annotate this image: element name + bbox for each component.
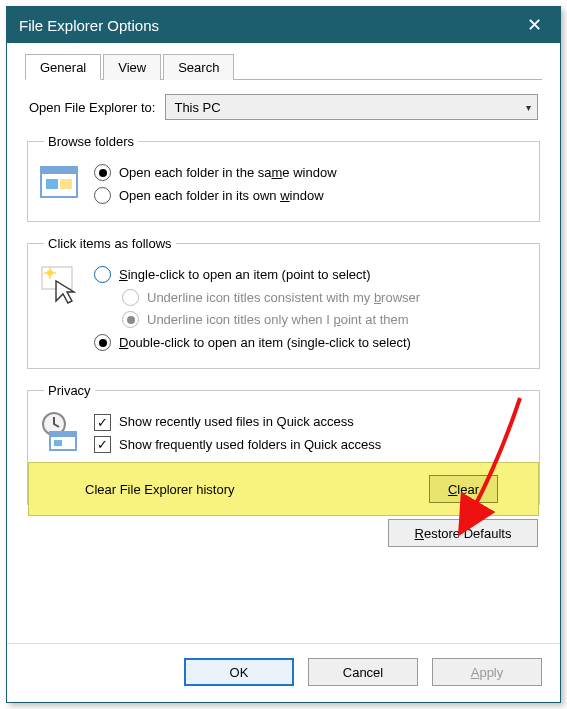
radio-label: Double-click to open an item (single-cli… — [119, 334, 411, 352]
check-label: Show frequently used folders in Quick ac… — [119, 436, 381, 454]
group-privacy: Privacy Show recently used files in Quic… — [27, 383, 540, 505]
open-explorer-dropdown[interactable]: This PC ▾ — [165, 94, 538, 120]
radio-icon — [94, 164, 111, 181]
radio-label: Underline icon titles consistent with my… — [147, 289, 420, 307]
group-click-items-legend: Click items as follows — [44, 236, 176, 251]
radio-underline-browser[interactable]: Underline icon titles consistent with my… — [122, 289, 529, 307]
radio-icon — [94, 266, 111, 283]
window-title: File Explorer Options — [19, 17, 521, 34]
check-frequent-folders[interactable]: Show frequently used folders in Quick ac… — [94, 436, 529, 454]
open-explorer-selected: This PC — [174, 100, 220, 115]
checkbox-icon — [94, 436, 111, 453]
radio-icon — [122, 311, 139, 328]
clear-history-row: Clear File Explorer history Clear — [28, 462, 539, 516]
restore-defaults-button[interactable]: Restore Defaults — [388, 519, 538, 547]
check-label: Show recently used files in Quick access — [119, 413, 354, 431]
dialog-footer: OK Cancel Apply — [7, 643, 560, 702]
radio-single-click[interactable]: Single-click to open an item (point to s… — [94, 266, 529, 284]
apply-button[interactable]: Apply — [432, 658, 542, 686]
tab-general[interactable]: General — [25, 54, 101, 80]
folder-window-icon — [38, 161, 82, 205]
svg-rect-1 — [41, 167, 77, 174]
cancel-button[interactable]: Cancel — [308, 658, 418, 686]
chevron-down-icon: ▾ — [526, 102, 531, 113]
dialog-content: General View Search Open File Explorer t… — [7, 43, 560, 643]
tab-search[interactable]: Search — [163, 54, 234, 80]
group-browse-folders-legend: Browse folders — [44, 134, 138, 149]
open-explorer-row: Open File Explorer to: This PC ▾ — [29, 94, 538, 120]
tab-strip: General View Search — [25, 53, 542, 80]
radio-underline-point[interactable]: Underline icon titles only when I point … — [122, 311, 529, 329]
cursor-click-icon — [38, 263, 82, 307]
dialog-window: File Explorer Options ✕ General View Sea… — [6, 6, 561, 703]
svg-rect-3 — [60, 179, 72, 189]
radio-double-click[interactable]: Double-click to open an item (single-cli… — [94, 334, 529, 352]
radio-icon — [94, 187, 111, 204]
radio-label: Open each folder in its own window — [119, 187, 324, 205]
titlebar: File Explorer Options ✕ — [7, 7, 560, 43]
group-browse-folders: Browse folders Open each folder in the s… — [27, 134, 540, 222]
clear-button[interactable]: Clear — [429, 475, 498, 503]
radio-icon — [94, 334, 111, 351]
radio-label: Underline icon titles only when I point … — [147, 311, 409, 329]
close-icon[interactable]: ✕ — [521, 14, 548, 36]
svg-rect-2 — [46, 179, 58, 189]
checkbox-icon — [94, 414, 111, 431]
clear-history-label: Clear File Explorer history — [85, 482, 235, 497]
history-icon — [38, 410, 82, 454]
radio-same-window[interactable]: Open each folder in the same window — [94, 164, 529, 182]
radio-label: Open each folder in the same window — [119, 164, 337, 182]
radio-label: Single-click to open an item (point to s… — [119, 266, 370, 284]
check-recent-files[interactable]: Show recently used files in Quick access — [94, 413, 529, 431]
radio-own-window[interactable]: Open each folder in its own window — [94, 187, 529, 205]
open-explorer-label: Open File Explorer to: — [29, 100, 155, 115]
svg-rect-9 — [50, 432, 76, 437]
svg-rect-10 — [54, 440, 62, 446]
radio-icon — [122, 289, 139, 306]
tab-view[interactable]: View — [103, 54, 161, 80]
group-click-items: Click items as follows Single-click to o… — [27, 236, 540, 369]
group-privacy-legend: Privacy — [44, 383, 95, 398]
ok-button[interactable]: OK — [184, 658, 294, 686]
